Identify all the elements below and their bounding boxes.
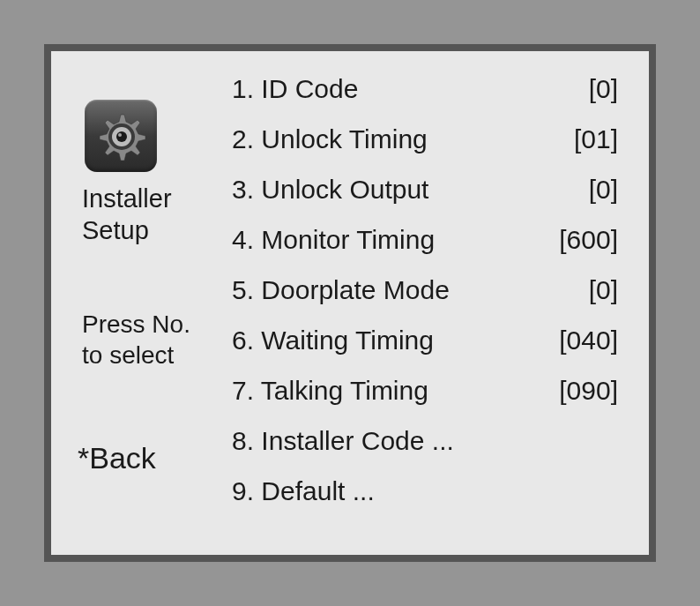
title-line-2: Setup [82, 216, 149, 244]
page-title: Installer Setup [82, 183, 232, 247]
menu-label: 1. ID Code [232, 76, 358, 102]
menu-item-unlock-timing[interactable]: 2. Unlock Timing [01] [232, 126, 618, 153]
content-area: Installer Setup Press No. to select *Bac… [51, 51, 649, 555]
menu-item-id-code[interactable]: 1. ID Code [0] [232, 76, 618, 102]
menu-label: 8. Installer Code ... [232, 428, 454, 454]
svg-point-3 [118, 133, 122, 137]
menu-value: [090] [559, 378, 618, 404]
menu-item-default[interactable]: 9. Default ... [232, 478, 618, 505]
menu-list: 1. ID Code [0] 2. Unlock Timing [01] 3. … [232, 69, 618, 537]
menu-value: [0] [589, 176, 618, 203]
menu-label: 5. Doorplate Mode [232, 277, 450, 303]
menu-label: 3. Unlock Output [232, 176, 428, 203]
back-button[interactable]: *Back [78, 441, 232, 475]
menu-value: [0] [589, 277, 618, 303]
hint-line-2: to select [82, 341, 174, 369]
menu-item-unlock-output[interactable]: 3. Unlock Output [0] [232, 176, 618, 203]
hint-line-1: Press No. [82, 310, 190, 338]
menu-item-waiting-timing[interactable]: 6. Waiting Timing [040] [232, 327, 618, 354]
gear-icon [85, 100, 157, 172]
menu-label: 7. Talking Timing [232, 378, 428, 404]
setup-icon-wrapper [85, 100, 157, 172]
menu-value: [01] [574, 126, 618, 153]
menu-value: [600] [559, 227, 618, 253]
svg-point-2 [116, 131, 127, 142]
setup-screen: Installer Setup Press No. to select *Bac… [44, 44, 656, 562]
menu-label: 9. Default ... [232, 478, 375, 505]
menu-value: [0] [589, 76, 618, 102]
menu-label: 6. Waiting Timing [232, 327, 434, 354]
menu-item-doorplate-mode[interactable]: 5. Doorplate Mode [0] [232, 277, 618, 303]
title-line-1: Installer [82, 184, 172, 213]
selection-hint: Press No. to select [82, 309, 232, 370]
menu-label: 2. Unlock Timing [232, 126, 428, 153]
left-panel: Installer Setup Press No. to select *Bac… [78, 69, 232, 537]
menu-item-talking-timing[interactable]: 7. Talking Timing [090] [232, 378, 618, 404]
menu-item-installer-code[interactable]: 8. Installer Code ... [232, 428, 618, 454]
menu-item-monitor-timing[interactable]: 4. Monitor Timing [600] [232, 227, 618, 253]
menu-label: 4. Monitor Timing [232, 227, 435, 253]
gear-icon-svg [94, 109, 147, 162]
menu-value: [040] [559, 327, 618, 354]
